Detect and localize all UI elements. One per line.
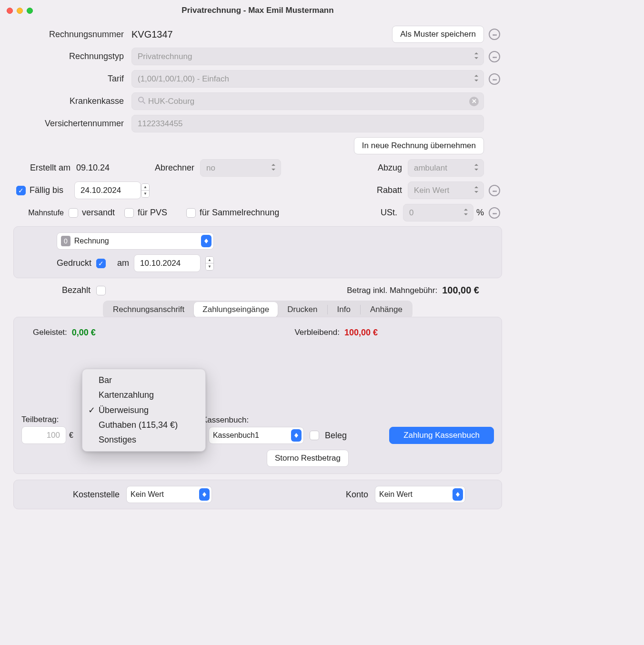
chevron-updown-icon	[291, 429, 302, 442]
check-icon: ✓	[87, 405, 96, 415]
divider	[327, 305, 328, 314]
menu-item-ueberweisung[interactable]: ✓Überweisung	[82, 403, 205, 418]
svg-line-1	[143, 101, 145, 103]
tab-bar: Rechnungsanschrift Zahlungseingänge Druc…	[103, 301, 413, 319]
abzug-select[interactable]: ambulant	[408, 159, 484, 177]
more-icon[interactable]	[489, 185, 500, 196]
tarif-value: (1,00/1,00/1,00) - Einfach	[138, 74, 229, 84]
chevron-updown-icon	[474, 52, 479, 61]
dunning-level-badge: 0	[61, 236, 70, 246]
versichertennummer-field[interactable]: 1122334455	[131, 115, 484, 132]
tab-zahlungseingaenge[interactable]: Zahlungseingänge	[194, 302, 278, 317]
label-versandt: versandt	[78, 208, 124, 218]
rechnungstyp-value: Privatrechnung	[138, 52, 192, 61]
dunning-level-select[interactable]: 0 Rechnung	[57, 232, 214, 250]
copy-to-new-invoice-button[interactable]: In neue Rechnung übernehmen	[354, 137, 484, 154]
label-beleg: Beleg	[325, 431, 347, 441]
label-rechnungstyp: Rechnungstyp	[10, 51, 131, 61]
abzug-value: ambulant	[414, 163, 447, 173]
more-icon[interactable]	[489, 73, 500, 85]
label-krankenkasse: Krankenkasse	[10, 96, 131, 106]
chevron-up-icon: ▲	[141, 184, 149, 191]
label-konto: Konto	[346, 490, 375, 500]
printed-checkbox[interactable]: ✓	[96, 259, 106, 268]
dunning-level-value: Rechnung	[74, 237, 109, 245]
search-icon	[138, 96, 145, 106]
printed-date-input[interactable]: 10.10.2024	[134, 254, 201, 272]
label-kostenstelle: Kostenstelle	[21, 490, 126, 500]
konto-value: Kein Wert	[379, 490, 413, 499]
sammel-checkbox[interactable]	[186, 208, 196, 218]
save-as-template-button[interactable]: Als Muster speichern	[392, 26, 484, 43]
versichertennummer-value: 1122334455	[138, 119, 183, 129]
chevron-updown-icon	[474, 74, 479, 84]
krankenkasse-field[interactable]: HUK-Coburg ✕	[131, 92, 484, 110]
label-rechnungsnummer: Rechnungsnummer	[10, 30, 131, 40]
more-icon[interactable]	[489, 207, 500, 219]
menu-item-label: Überweisung	[99, 405, 149, 415]
tab-rechnungsanschrift[interactable]: Rechnungsanschrift	[104, 302, 193, 317]
value-betrag: 100,00 €	[442, 285, 479, 296]
label-abrechner: Abrechner	[138, 163, 200, 173]
label-pvs: für PVS	[134, 208, 186, 218]
payment-method-menu[interactable]: Bar Kartenzahlung ✓Überweisung Guthaben …	[82, 369, 206, 452]
label-tarif: Tarif	[10, 74, 131, 84]
tab-info[interactable]: Info	[329, 302, 359, 317]
teilbetrag-input[interactable]: 100	[21, 426, 66, 444]
krankenkasse-value: HUK-Coburg	[148, 97, 194, 106]
due-date-input[interactable]: 24.10.2024	[74, 181, 141, 199]
chevron-updown-icon	[199, 488, 210, 501]
chevron-updown-icon	[201, 235, 211, 247]
menu-item-label: Guthaben (115,34 €)	[99, 420, 178, 430]
beleg-checkbox[interactable]	[310, 431, 319, 440]
label-geleistet: Geleistet:	[33, 328, 67, 338]
kassenbuch-select[interactable]: Kassenbuch1	[209, 427, 304, 444]
menu-item-kartenzahlung[interactable]: Kartenzahlung	[82, 388, 205, 403]
rabatt-select[interactable]: Kein Wert	[408, 181, 484, 199]
menu-item-bar[interactable]: Bar	[82, 373, 205, 388]
abrechner-value: no	[206, 163, 215, 173]
chevron-up-icon: ▲	[206, 257, 213, 264]
label-am: am	[111, 258, 129, 268]
clear-icon[interactable]: ✕	[469, 97, 479, 106]
due-date-checkbox[interactable]: ✓	[16, 186, 26, 195]
label-faellig-bis: Fällig bis	[28, 185, 74, 195]
rabatt-value: Kein Wert	[414, 186, 449, 195]
chevron-updown-icon	[271, 163, 276, 173]
more-icon[interactable]	[489, 29, 500, 40]
paid-checkbox[interactable]	[96, 286, 106, 295]
tarif-select[interactable]: (1,00/1,00/1,00) - Einfach	[131, 70, 484, 88]
chevron-updown-icon	[474, 163, 479, 173]
value-verbleibend: 100,00 €	[344, 328, 378, 338]
rechnungstyp-select[interactable]: Privatrechnung	[131, 48, 484, 65]
window-title: Privatrechnung - Max Emil Mustermann	[0, 6, 515, 15]
label-rabatt: Rabatt	[377, 185, 408, 195]
tab-anhaenge[interactable]: Anhänge	[362, 302, 411, 317]
zahlung-kassenbuch-button[interactable]: Zahlung Kassenbuch	[389, 427, 494, 444]
chevron-updown-icon	[463, 208, 468, 218]
kostenstelle-select[interactable]: Kein Wert	[126, 486, 212, 503]
more-icon[interactable]	[489, 51, 500, 62]
due-date-value: 24.10.2024	[80, 186, 121, 195]
ust-value: 0	[409, 208, 413, 218]
pvs-checkbox[interactable]	[124, 208, 134, 218]
menu-item-label: Kartenzahlung	[99, 390, 154, 400]
printed-date-stepper[interactable]: ▲▼	[205, 256, 214, 271]
ust-select[interactable]: 0	[403, 204, 473, 222]
label-sammel: für Sammelrechnung	[196, 208, 279, 218]
chevron-down-icon: ▼	[206, 263, 213, 270]
versandt-checkbox[interactable]	[69, 208, 78, 218]
label-bezahlt: Bezahlt	[15, 285, 96, 295]
menu-item-sonstiges[interactable]: Sonstiges	[82, 433, 205, 447]
label-erstellt-am: Erstellt am	[10, 163, 76, 173]
due-date-stepper[interactable]: ▲▼	[141, 183, 150, 198]
tab-drucken[interactable]: Drucken	[279, 302, 326, 317]
label-kassenbuch: Kassenbuch:	[202, 415, 347, 425]
abrechner-select[interactable]: no	[200, 159, 281, 177]
menu-item-guthaben[interactable]: Guthaben (115,34 €)	[82, 418, 205, 433]
storno-restbetrag-button[interactable]: Storno Restbetrag	[267, 450, 349, 467]
chevron-updown-icon	[474, 186, 479, 195]
printed-date-value: 10.10.2024	[140, 259, 181, 268]
label-verbleibend: Verbleibend:	[294, 328, 340, 338]
konto-select[interactable]: Kein Wert	[375, 486, 465, 503]
